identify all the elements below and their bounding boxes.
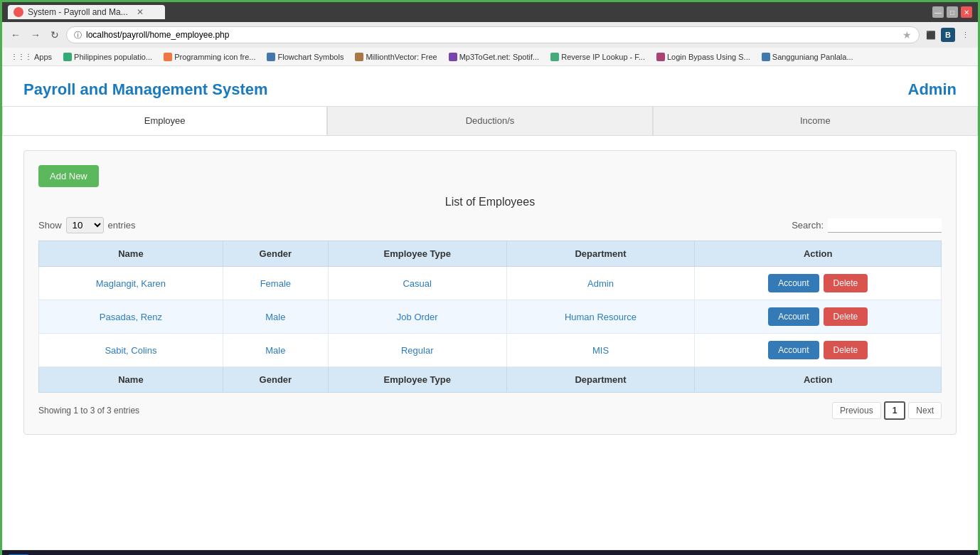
pagination-page-1-button[interactable]: 1 xyxy=(884,401,906,420)
bookmark-reverse-ip[interactable]: Reverse IP Lookup - F... xyxy=(548,52,648,62)
chrome-menu-icon[interactable]: ⋮ xyxy=(958,28,972,42)
bookmark-philippines[interactable]: Philippines populatio... xyxy=(60,52,155,62)
address-bar[interactable]: ⓘ ★ xyxy=(66,26,920,43)
tab-title: System - Payroll and Ma... xyxy=(28,7,128,17)
search-box: Search: xyxy=(792,218,942,233)
row3-account-button[interactable]: Account xyxy=(768,341,819,359)
tab-employee[interactable]: Employee xyxy=(2,106,327,135)
row2-delete-button[interactable]: Delete xyxy=(824,307,868,326)
row3-emptype: Regular xyxy=(328,334,506,367)
bookmark-sangg-label: Sangguniang Panlala... xyxy=(772,53,853,61)
show-label: Show xyxy=(38,220,62,231)
app-header: Payroll and Management System Admin xyxy=(2,66,978,106)
col-action-header: Action xyxy=(695,241,942,267)
show-entries-control: Show 10 25 50 100 entries xyxy=(38,217,136,233)
row3-name: Sabit, Colins xyxy=(39,334,223,367)
bookmark-star-icon[interactable]: ★ xyxy=(902,29,912,41)
back-button[interactable]: ← xyxy=(8,28,23,42)
row1-name: Maglangit, Karen xyxy=(39,267,223,300)
bookmark-flowchart-label: Flowchart Symbols xyxy=(277,53,343,61)
row1-gender: Female xyxy=(223,267,328,300)
maximize-button[interactable]: □ xyxy=(947,6,958,18)
row1-dept: Admin xyxy=(506,267,695,300)
url-input[interactable] xyxy=(86,30,898,40)
row2-action-cell: Account Delete xyxy=(703,307,932,326)
row1-action-cell: Account Delete xyxy=(703,274,932,292)
row2-name: Pasadas, Renz xyxy=(39,300,223,334)
col-emptype-header: Employee Type xyxy=(328,241,506,267)
browser-window: System - Payroll and Ma... ✕ — □ ✕ ← → ↻… xyxy=(0,0,980,555)
col-gender-header: Gender xyxy=(223,241,328,267)
row3-action-cell: Account Delete xyxy=(703,341,932,359)
reload-button[interactable]: ↻ xyxy=(48,28,62,42)
row2-emptype: Job Order xyxy=(328,300,506,334)
col-gender-footer: Gender xyxy=(223,367,328,393)
bookmark-apps[interactable]: ⋮⋮⋮ Apps xyxy=(8,52,55,62)
bookmarks-bar: ⋮⋮⋮ Apps Philippines populatio... Progra… xyxy=(2,48,978,66)
row2-gender: Male xyxy=(223,300,328,334)
security-icon: ⓘ xyxy=(74,30,82,41)
bookmark-mp3[interactable]: Mp3ToGet.net: Spotif... xyxy=(446,52,543,62)
table-title: List of Employees xyxy=(38,196,942,208)
table-body: Maglangit, Karen Female Casual Admin Acc… xyxy=(39,267,942,367)
page-content: Payroll and Management System Admin Empl… xyxy=(2,66,978,550)
row1-delete-button[interactable]: Delete xyxy=(824,274,868,292)
bookmark-mp3-label: Mp3ToGet.net: Spotif... xyxy=(459,53,540,61)
title-bar: System - Payroll and Ma... ✕ — □ ✕ xyxy=(2,2,978,22)
col-name-header: Name xyxy=(39,241,223,267)
bookmark-login-bypass-label: Login Bypass Using S... xyxy=(667,53,750,61)
pagination-next-button[interactable]: Next xyxy=(908,402,942,419)
col-name-footer: Name xyxy=(39,367,223,393)
tab-income[interactable]: Income xyxy=(653,106,978,135)
minimize-button[interactable]: — xyxy=(932,6,944,18)
bookmark-programming-label: Programming icon fre... xyxy=(174,53,255,61)
bookmark-millionth[interactable]: MillionthVector: Free xyxy=(352,52,440,62)
bookmark-apps-label: Apps xyxy=(34,53,52,61)
employees-table: Name Gender Employee Type Department Act… xyxy=(38,240,942,393)
bookmark-flowchart[interactable]: Flowchart Symbols xyxy=(264,52,346,62)
row2-account-button[interactable]: Account xyxy=(768,307,819,326)
col-dept-header: Department xyxy=(506,241,695,267)
app-title: Payroll and Management System xyxy=(23,80,268,99)
row3-delete-button[interactable]: Delete xyxy=(824,341,868,359)
bookmark-philippines-label: Philippines populatio... xyxy=(74,53,152,61)
app-admin-label: Admin xyxy=(908,80,957,99)
pagination: Previous 1 Next xyxy=(832,401,942,420)
row2-action: Account Delete xyxy=(695,300,942,334)
close-button[interactable]: ✕ xyxy=(961,6,972,18)
bookmark-reverse-ip-label: Reverse IP Lookup - F... xyxy=(561,53,645,61)
bookmark-millionth-label: MillionthVector: Free xyxy=(366,53,437,61)
browser-tab[interactable]: System - Payroll and Ma... ✕ xyxy=(8,5,165,19)
entries-select[interactable]: 10 25 50 100 xyxy=(66,217,104,233)
table-row: Sabit, Colins Male Regular MIS Account D… xyxy=(39,334,942,367)
search-input[interactable] xyxy=(828,218,942,233)
bookmark-sangg[interactable]: Sangguniang Panlala... xyxy=(759,52,856,62)
col-dept-footer: Department xyxy=(506,367,695,393)
nav-tabs: Employee Deduction/s Income xyxy=(2,106,978,136)
row1-account-button[interactable]: Account xyxy=(768,274,819,292)
profile-icon[interactable]: B xyxy=(941,28,955,42)
table-row: Maglangit, Karen Female Casual Admin Acc… xyxy=(39,267,942,300)
row1-emptype: Casual xyxy=(328,267,506,300)
table-controls: Show 10 25 50 100 entries Search: xyxy=(38,217,942,233)
extensions-icon[interactable]: ⬛ xyxy=(924,28,938,42)
table-header: Name Gender Employee Type Department Act… xyxy=(39,241,942,267)
col-emptype-footer: Employee Type xyxy=(328,367,506,393)
bookmark-programming[interactable]: Programming icon fre... xyxy=(161,52,258,62)
row3-gender: Male xyxy=(223,334,328,367)
taskbar: ⊞ 🦊 📁 🌐 1:51 PM xyxy=(2,550,978,555)
content-area: Add New List of Employees Show 10 25 50 … xyxy=(23,150,957,435)
pagination-prev-button[interactable]: Previous xyxy=(832,402,881,419)
showing-entries-label: Showing 1 to 3 of 3 entries xyxy=(38,406,139,416)
tab-deductions[interactable]: Deduction/s xyxy=(327,106,652,135)
table-footer-row: Name Gender Employee Type Department Act… xyxy=(39,367,942,393)
forward-button[interactable]: → xyxy=(28,28,43,42)
row3-dept: MIS xyxy=(506,334,695,367)
tab-favicon xyxy=(14,7,23,17)
add-new-button[interactable]: Add New xyxy=(38,165,99,187)
bookmark-login-bypass[interactable]: Login Bypass Using S... xyxy=(654,52,753,62)
tab-close-button[interactable]: ✕ xyxy=(137,7,144,17)
table-row: Pasadas, Renz Male Job Order Human Resou… xyxy=(39,300,942,334)
row3-action: Account Delete xyxy=(695,334,942,367)
row1-action: Account Delete xyxy=(695,267,942,300)
